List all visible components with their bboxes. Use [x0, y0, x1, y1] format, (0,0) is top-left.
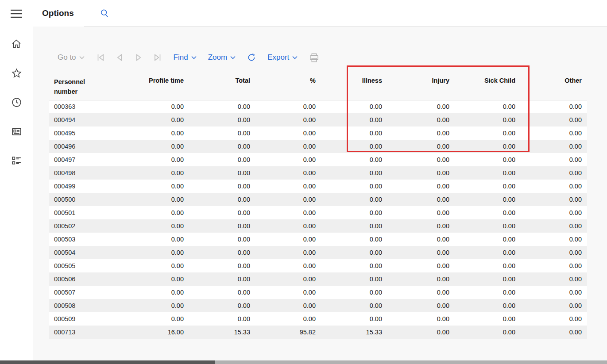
value-cell: 0.00 — [449, 233, 515, 246]
star-glyph — [11, 68, 22, 79]
value-cell: 0.00 — [449, 180, 515, 193]
value-cell: 0.00 — [250, 286, 316, 299]
value-cell: 0.00 — [515, 100, 587, 113]
value-cell: 0.00 — [131, 193, 184, 206]
value-cell: 0.00 — [515, 246, 587, 259]
table-row: 0005020.000.000.000.000.000.000.00 — [49, 219, 587, 233]
hamburger-menu-icon[interactable] — [0, 4, 33, 24]
value-cell: 0.00 — [382, 193, 449, 206]
value-cell: 0.00 — [184, 259, 250, 272]
chevron-down-icon — [230, 56, 236, 59]
home-icon[interactable] — [0, 34, 33, 54]
value-cell: 0.00 — [316, 113, 382, 126]
personnel-number-cell: 000502 — [49, 219, 131, 233]
favorites-star-icon[interactable] — [0, 63, 33, 83]
value-cell: 0.00 — [250, 193, 316, 206]
value-cell: 0.00 — [382, 206, 449, 219]
report-card-glyph — [11, 126, 22, 137]
value-cell: 0.00 — [316, 206, 382, 219]
column-header: Personnel number — [49, 71, 131, 100]
value-cell: 0.00 — [515, 286, 587, 299]
value-cell: 0.00 — [316, 312, 382, 326]
tab-options[interactable]: Options — [33, 8, 74, 18]
print-button[interactable] — [309, 53, 319, 62]
value-cell: 0.00 — [250, 113, 316, 126]
export-button[interactable]: Export — [267, 53, 298, 62]
value-cell: 0.00 — [316, 219, 382, 233]
value-cell: 0.00 — [250, 100, 316, 113]
value-cell: 0.00 — [515, 259, 587, 272]
report-viewer: Go to Find Zoom — [33, 27, 607, 360]
table-row: 0005050.000.000.000.000.000.000.00 — [49, 259, 587, 272]
table-row: 0004960.000.000.000.000.000.000.00 — [49, 140, 587, 153]
value-cell: 0.00 — [515, 193, 587, 206]
personnel-number-cell: 000497 — [49, 153, 131, 166]
column-header: Profile time — [131, 71, 184, 100]
value-cell: 0.00 — [449, 272, 515, 286]
personnel-number-cell: 000509 — [49, 312, 131, 326]
value-cell: 0.00 — [184, 153, 250, 166]
next-page-button[interactable] — [134, 53, 143, 62]
value-cell: 0.00 — [316, 286, 382, 299]
zoom-button[interactable]: Zoom — [208, 53, 236, 62]
value-cell: 0.00 — [382, 180, 449, 193]
value-cell: 0.00 — [316, 233, 382, 246]
value-cell: 0.00 — [449, 140, 515, 153]
value-cell: 16.00 — [131, 326, 184, 339]
table-header-row: Personnel numberProfile timeTotal%Illnes… — [49, 71, 587, 100]
value-cell: 0.00 — [449, 259, 515, 272]
value-cell: 0.00 — [316, 259, 382, 272]
value-cell: 0.00 — [382, 246, 449, 259]
value-cell: 0.00 — [449, 193, 515, 206]
value-cell: 0.00 — [382, 100, 449, 113]
value-cell: 0.00 — [515, 113, 587, 126]
find-button[interactable]: Find — [174, 53, 197, 62]
value-cell: 0.00 — [449, 246, 515, 259]
value-cell: 0.00 — [382, 113, 449, 126]
search-icon[interactable] — [100, 8, 109, 18]
report-card-icon[interactable] — [0, 121, 33, 142]
home-glyph — [11, 38, 22, 49]
table-row: 0005090.000.000.000.000.000.000.00 — [49, 312, 587, 326]
table-row: 0004940.000.000.000.000.000.000.00 — [49, 113, 587, 126]
value-cell: 0.00 — [250, 153, 316, 166]
value-cell: 0.00 — [250, 166, 316, 180]
value-cell: 0.00 — [184, 246, 250, 259]
value-cell: 0.00 — [131, 299, 184, 312]
print-icon — [309, 53, 319, 62]
value-cell: 0.00 — [250, 140, 316, 153]
value-cell: 0.00 — [184, 299, 250, 312]
value-cell: 0.00 — [316, 100, 382, 113]
value-cell: 0.00 — [515, 312, 587, 326]
value-cell: 0.00 — [184, 312, 250, 326]
page-nav-group — [96, 53, 162, 62]
value-cell: 0.00 — [131, 246, 184, 259]
report-toolbar: Go to Find Zoom — [58, 51, 607, 64]
value-cell: 0.00 — [449, 312, 515, 326]
value-cell: 0.00 — [184, 100, 250, 113]
first-page-button[interactable] — [96, 53, 105, 62]
zoom-label: Zoom — [208, 53, 227, 62]
recent-clock-icon[interactable] — [0, 92, 33, 112]
last-page-icon — [153, 53, 162, 62]
personnel-number-cell: 000363 — [49, 100, 131, 113]
previous-page-button[interactable] — [115, 53, 124, 62]
value-cell: 0.00 — [250, 180, 316, 193]
value-cell: 0.00 — [449, 206, 515, 219]
value-cell: 0.00 — [131, 286, 184, 299]
last-page-button[interactable] — [153, 53, 162, 62]
refresh-button[interactable] — [247, 53, 256, 62]
horizontal-scrollbar-track[interactable] — [0, 360, 607, 364]
table-row: 0004950.000.000.000.000.000.000.00 — [49, 126, 587, 140]
goto-button[interactable]: Go to — [58, 53, 85, 62]
value-cell: 0.00 — [316, 140, 382, 153]
value-cell: 0.00 — [131, 180, 184, 193]
table-row: 0005070.000.000.000.000.000.000.00 — [49, 286, 587, 299]
column-header: Other — [515, 71, 587, 100]
refresh-icon — [247, 53, 256, 62]
column-header: Total — [184, 71, 250, 100]
horizontal-scrollbar-thumb[interactable] — [0, 360, 215, 364]
value-cell: 0.00 — [250, 299, 316, 312]
navigation-list-icon[interactable] — [0, 150, 33, 171]
value-cell: 0.00 — [184, 233, 250, 246]
